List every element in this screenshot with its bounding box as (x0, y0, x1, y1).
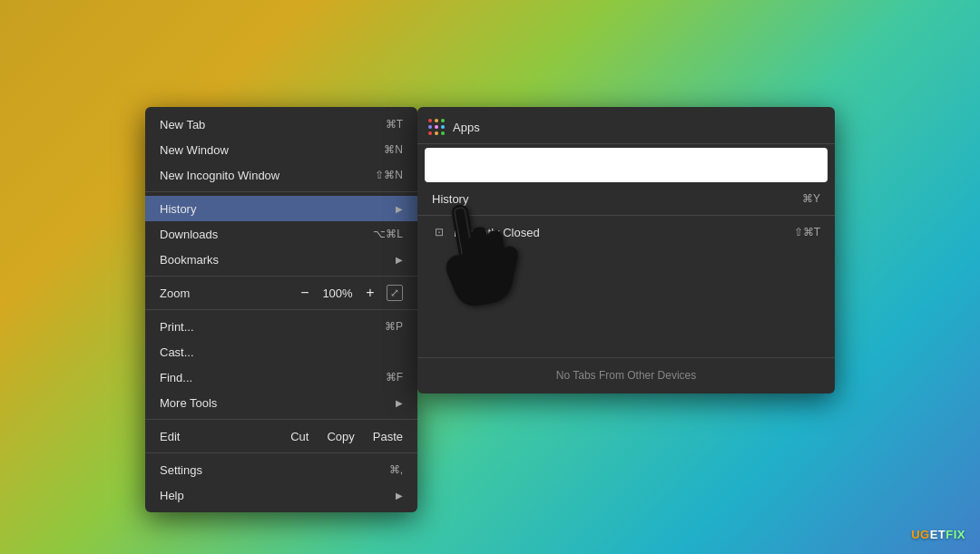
divider-5 (145, 452, 417, 453)
paste-button[interactable]: Paste (373, 430, 403, 443)
zoom-controls: − 100% + ⤢ (296, 285, 403, 301)
menu-item-new-tab[interactable]: New Tab ⌘T (145, 112, 417, 137)
apps-dot (441, 119, 445, 122)
apps-dot (435, 119, 438, 122)
empty-space (417, 245, 835, 354)
menu-item-new-incognito[interactable]: New Incognito Window ⇧⌘N (145, 162, 417, 188)
apps-dot (441, 131, 445, 135)
apps-bar: Apps (417, 112, 835, 144)
apps-dot (435, 125, 438, 129)
menu-item-zoom: Zoom − 100% + ⤢ (145, 280, 417, 306)
zoom-fullscreen-button[interactable]: ⤢ (387, 285, 403, 301)
divider-2 (145, 276, 417, 277)
copy-button[interactable]: Copy (327, 430, 354, 443)
cut-button[interactable]: Cut (290, 430, 309, 443)
divider-3 (145, 309, 417, 310)
submenu-divider-2 (417, 357, 835, 358)
apps-dot (428, 131, 432, 135)
menu-item-edit: Edit Cut Copy Paste (145, 423, 417, 449)
apps-icon (428, 119, 446, 136)
apps-label: Apps (453, 121, 480, 134)
browser-address-bar (425, 148, 828, 182)
menu-item-cast[interactable]: Cast... (145, 339, 417, 364)
edit-actions: Cut Copy Paste (290, 430, 403, 443)
menu-item-print[interactable]: Print... ⌘P (145, 314, 417, 339)
menu-item-bookmarks[interactable]: Bookmarks ▶ (145, 247, 417, 272)
menu-item-downloads[interactable]: Downloads ⌥⌘L (145, 221, 417, 247)
apps-dot (435, 131, 438, 135)
menu-item-more-tools[interactable]: More Tools ▶ (145, 390, 417, 415)
primary-menu: New Tab ⌘T New Window ⌘N New Incognito W… (145, 107, 417, 512)
more-tools-arrow-icon: ▶ (396, 398, 403, 408)
apps-dot (428, 125, 432, 129)
history-arrow-icon: ▶ (396, 204, 403, 214)
history-submenu: Apps History ⌘Y ⊡ Recently Closed ⇧⌘T No… (417, 107, 835, 394)
zoom-minus-button[interactable]: − (296, 285, 314, 301)
menu-item-new-window[interactable]: New Window ⌘N (145, 137, 417, 162)
submenu-divider-1 (417, 215, 835, 216)
apps-dot (428, 119, 432, 122)
menu-item-find[interactable]: Find... ⌘F (145, 364, 417, 390)
no-tabs-message: No Tabs From Other Devices (417, 362, 835, 389)
menu-item-help[interactable]: Help ▶ (145, 482, 417, 508)
watermark-text-1: UG (911, 528, 930, 541)
watermark-text-2: ET (930, 528, 946, 541)
divider-4 (145, 419, 417, 420)
submenu-item-recently-closed[interactable]: ⊡ Recently Closed ⇧⌘T (417, 219, 835, 245)
menu-container: New Tab ⌘T New Window ⌘N New Incognito W… (145, 107, 835, 512)
help-arrow-icon: ▶ (396, 491, 403, 501)
apps-dot (441, 125, 445, 129)
divider-1 (145, 191, 417, 192)
recently-closed-icon: ⊡ (432, 226, 446, 238)
watermark-text-3: FIX (946, 528, 965, 541)
watermark: UGETFIX (911, 528, 965, 541)
submenu-item-history[interactable]: History ⌘Y (417, 186, 835, 211)
bookmarks-arrow-icon: ▶ (396, 255, 403, 265)
zoom-plus-button[interactable]: + (361, 285, 379, 301)
menu-item-settings[interactable]: Settings ⌘, (145, 457, 417, 482)
zoom-value: 100% (321, 287, 354, 300)
menu-item-history[interactable]: History ▶ (145, 196, 417, 221)
